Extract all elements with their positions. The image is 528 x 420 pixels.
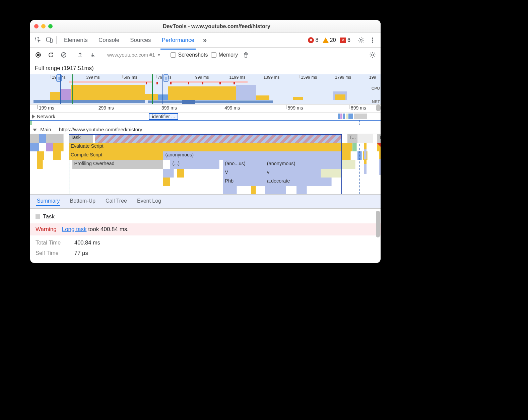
timeline-ruler[interactable]: 199 ms 299 ms 399 ms 499 ms 599 ms 699 m… bbox=[30, 104, 381, 113]
long-task-link[interactable]: Long task bbox=[62, 226, 87, 232]
warning-label: Warning bbox=[36, 226, 57, 233]
ruler-tick: 499 ms bbox=[223, 105, 240, 109]
flame-compile-script[interactable]: Compile Script bbox=[69, 151, 163, 160]
more-tabs-icon[interactable]: » bbox=[203, 36, 205, 44]
flame-task-short[interactable]: T...k bbox=[377, 134, 381, 143]
self-time-label: Self Time bbox=[36, 250, 66, 256]
tab-summary[interactable]: Summary bbox=[36, 197, 60, 206]
issue-counts[interactable]: ✕ 8 20 ✕ 6 bbox=[308, 37, 350, 43]
net-request-blips bbox=[338, 114, 367, 119]
devtools-window: DevTools - www.youtube.com/feed/history … bbox=[30, 20, 381, 263]
flame-v-lower[interactable]: v bbox=[265, 169, 321, 178]
flame-phb[interactable]: Phb bbox=[223, 178, 265, 186]
flame-chart[interactable]: Task T... T...k Evaluate Script F...k Co… bbox=[30, 134, 381, 194]
summary-scrollbar[interactable] bbox=[376, 211, 380, 237]
tab-elements[interactable]: Elements bbox=[63, 34, 89, 47]
flame-paren[interactable]: (...) bbox=[170, 160, 219, 169]
perf-settings-gear-icon[interactable] bbox=[368, 50, 377, 60]
ruler-tick: 699 ms bbox=[349, 105, 366, 109]
start-marker bbox=[69, 134, 69, 194]
tab-console[interactable]: Console bbox=[97, 34, 121, 47]
svg-point-6 bbox=[372, 42, 373, 43]
tab-performance[interactable]: Performance bbox=[160, 34, 196, 50]
summary-title: Task bbox=[43, 213, 55, 220]
flame-decorate[interactable]: a.decorate bbox=[265, 178, 332, 186]
inspect-icon[interactable] bbox=[34, 36, 43, 45]
close-dot[interactable] bbox=[34, 24, 39, 28]
overview-tick: 1799 ms bbox=[334, 75, 351, 78]
panel-tabs-row: Elements Console Sources Performance » ✕… bbox=[30, 33, 381, 48]
svg-rect-1 bbox=[47, 38, 51, 41]
tab-event-log[interactable]: Event Log bbox=[136, 197, 162, 206]
window-title: DevTools - www.youtube.com/feed/history bbox=[57, 23, 377, 29]
total-time-label: Total Time bbox=[36, 239, 66, 246]
self-time-value: 77 µs bbox=[74, 250, 88, 256]
error-icon: ✕ bbox=[308, 37, 314, 43]
flame-profiling-overhead[interactable]: Profiling Overhead bbox=[72, 160, 163, 169]
warning-count: 20 bbox=[330, 37, 336, 43]
flame-anon-short[interactable]: (ano...us) bbox=[223, 160, 265, 169]
tab-bottom-up[interactable]: Bottom-Up bbox=[69, 197, 96, 206]
network-lane[interactable]: Network identifier ... bbox=[30, 113, 381, 121]
traffic-lights bbox=[34, 24, 53, 28]
device-toggle-icon[interactable] bbox=[45, 36, 54, 45]
overview-selection[interactable] bbox=[60, 74, 163, 104]
overview-tick: 1199 ms bbox=[228, 75, 245, 78]
tab-call-tree[interactable]: Call Tree bbox=[105, 197, 128, 206]
expand-down-icon[interactable] bbox=[33, 129, 37, 131]
flame-task-label[interactable]: Task bbox=[69, 134, 93, 143]
zoom-dot[interactable] bbox=[48, 24, 53, 28]
svg-point-5 bbox=[372, 40, 373, 41]
recording-dropdown[interactable]: www.youtube.com #1 ▼ bbox=[105, 51, 163, 58]
warning-text: took 400.84 ms. bbox=[86, 226, 129, 232]
overview-handle-right[interactable] bbox=[163, 74, 169, 82]
screenshots-checkbox[interactable]: Screenshots bbox=[171, 52, 208, 58]
warning-row: Warning Long task took 400.84 ms. bbox=[30, 223, 381, 235]
flame-evaluate-script[interactable]: Evaluate Script bbox=[69, 143, 352, 151]
checkbox-icon bbox=[171, 52, 176, 58]
full-range-label: Full range (1917.51ms) bbox=[30, 62, 381, 74]
flame-task-selected-bar[interactable] bbox=[95, 134, 342, 143]
panel-tabs: Elements Console Sources Performance bbox=[63, 34, 196, 47]
flame-v-upper[interactable]: V bbox=[223, 169, 265, 178]
svg-point-8 bbox=[37, 54, 40, 56]
flame-anonymous-2[interactable]: (anonymous) bbox=[265, 160, 342, 169]
recording-name: www.youtube.com #1 bbox=[107, 52, 155, 58]
overview-tick: 999 ms bbox=[194, 75, 209, 78]
tab-sources[interactable]: Sources bbox=[129, 34, 152, 47]
net-label: NET bbox=[372, 99, 380, 104]
identifier-pill[interactable]: identifier ... bbox=[149, 113, 178, 120]
ruler-tick: 199 ms bbox=[37, 105, 54, 109]
overview-minimap[interactable]: 199 ms 399 ms 599 ms 799 ms 999 ms 1199 … bbox=[30, 74, 381, 104]
download-icon[interactable] bbox=[88, 50, 97, 60]
chevron-down-icon: ▼ bbox=[157, 53, 161, 57]
garbage-collect-icon[interactable] bbox=[241, 50, 251, 60]
titlebar: DevTools - www.youtube.com/feed/history bbox=[30, 20, 381, 33]
flame-task-short[interactable]: T... bbox=[347, 134, 358, 143]
settings-gear-icon[interactable] bbox=[356, 36, 366, 45]
issues-flag-icon: ✕ bbox=[340, 38, 346, 43]
reload-icon[interactable] bbox=[46, 50, 56, 60]
upload-icon[interactable] bbox=[75, 50, 85, 60]
detail-tabs: Summary Bottom-Up Call Tree Event Log bbox=[30, 194, 381, 209]
overview-tick: 1399 ms bbox=[262, 75, 279, 78]
cpu-label: CPU bbox=[372, 86, 380, 91]
main-thread-heading[interactable]: Main — https://www.youtube.com/feed/hist… bbox=[30, 125, 381, 134]
long-task-warning-icon bbox=[377, 143, 381, 148]
minimize-dot[interactable] bbox=[41, 24, 46, 28]
screenshots-label: Screenshots bbox=[178, 52, 208, 58]
warning-icon bbox=[323, 38, 329, 43]
more-menu-icon[interactable] bbox=[368, 36, 377, 45]
memory-checkbox[interactable]: Memory bbox=[211, 52, 238, 58]
flame-anonymous[interactable]: (anonymous) bbox=[163, 151, 342, 160]
flag-count: 6 bbox=[347, 37, 350, 43]
record-icon[interactable] bbox=[34, 50, 43, 60]
clear-icon[interactable] bbox=[59, 50, 68, 60]
overview-tick: 1599 ms bbox=[300, 75, 317, 78]
network-label: Network bbox=[37, 114, 55, 119]
perf-toolbar: www.youtube.com #1 ▼ Screenshots Memory bbox=[30, 48, 381, 62]
ruler-tick: 599 ms bbox=[286, 105, 303, 109]
vertical-scrollbar[interactable] bbox=[376, 104, 381, 111]
expand-right-icon[interactable] bbox=[32, 115, 35, 119]
ruler-tick: 399 ms bbox=[160, 105, 177, 109]
